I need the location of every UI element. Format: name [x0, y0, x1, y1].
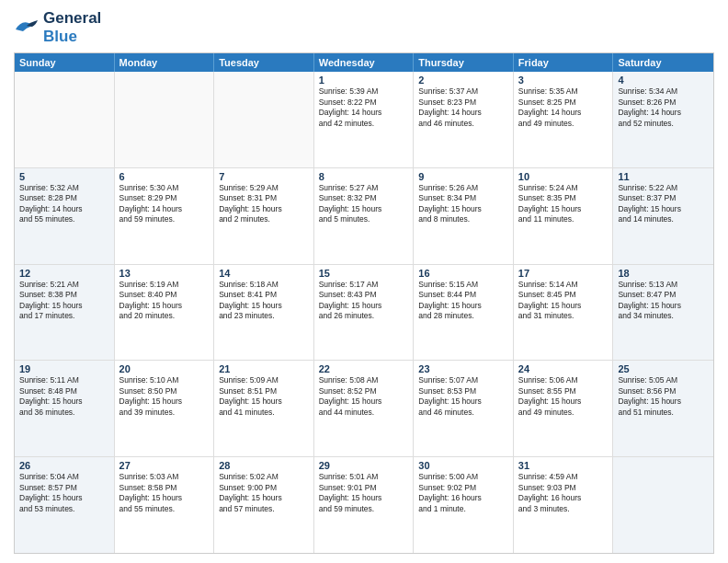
- calendar-cell: [115, 72, 215, 167]
- day-number: 25: [618, 363, 709, 374]
- day-number: 22: [319, 363, 409, 374]
- cell-info: Sunrise: 5:00 AMSunset: 9:02 PMDaylight:…: [418, 472, 508, 514]
- cell-info: Sunrise: 5:11 AMSunset: 8:48 PMDaylight:…: [19, 375, 109, 418]
- day-number: 2: [418, 75, 508, 86]
- calendar-cell: 4Sunrise: 5:34 AMSunset: 8:26 PMDaylight…: [613, 72, 713, 167]
- calendar-cell: 13Sunrise: 5:19 AMSunset: 8:40 PMDayligh…: [115, 265, 215, 361]
- calendar-cell: 25Sunrise: 5:05 AMSunset: 8:56 PMDayligh…: [613, 361, 713, 456]
- calendar-cell: 12Sunrise: 5:21 AMSunset: 8:38 PMDayligh…: [15, 265, 115, 361]
- cell-info: Sunrise: 5:37 AMSunset: 8:23 PMDaylight:…: [418, 86, 508, 129]
- day-number: 12: [19, 268, 109, 279]
- calendar-cell: [214, 72, 314, 167]
- day-number: 8: [319, 171, 409, 182]
- cell-info: Sunrise: 5:26 AMSunset: 8:34 PMDaylight:…: [418, 183, 508, 225]
- day-number: 27: [119, 460, 210, 471]
- calendar-cell: 16Sunrise: 5:15 AMSunset: 8:44 PMDayligh…: [414, 265, 514, 361]
- calendar-cell: 27Sunrise: 5:03 AMSunset: 8:58 PMDayligh…: [115, 457, 215, 553]
- day-number: 10: [518, 171, 609, 182]
- calendar-cell: 28Sunrise: 5:02 AMSunset: 9:00 PMDayligh…: [214, 457, 314, 553]
- calendar-cell: 15Sunrise: 5:17 AMSunset: 8:43 PMDayligh…: [314, 265, 415, 361]
- calendar-cell: 2Sunrise: 5:37 AMSunset: 8:23 PMDaylight…: [414, 72, 514, 167]
- calendar-cell: [15, 72, 115, 167]
- cell-info: Sunrise: 5:34 AMSunset: 8:26 PMDaylight:…: [618, 86, 709, 129]
- cell-info: Sunrise: 5:19 AMSunset: 8:40 PMDaylight:…: [119, 280, 210, 322]
- cell-info: Sunrise: 5:03 AMSunset: 8:58 PMDaylight:…: [119, 472, 210, 514]
- cell-info: Sunrise: 5:39 AMSunset: 8:22 PMDaylight:…: [319, 86, 409, 129]
- calendar-cell: 6Sunrise: 5:30 AMSunset: 8:29 PMDaylight…: [115, 168, 215, 264]
- calendar-cell: 10Sunrise: 5:24 AMSunset: 8:35 PMDayligh…: [514, 168, 614, 264]
- cell-info: Sunrise: 5:29 AMSunset: 8:31 PMDaylight:…: [219, 183, 309, 225]
- weekday-header: Saturday: [613, 53, 713, 72]
- cell-info: Sunrise: 5:30 AMSunset: 8:29 PMDaylight:…: [119, 183, 210, 225]
- header: General Blue: [14, 9, 714, 45]
- day-number: 7: [219, 171, 309, 182]
- calendar-cell: 14Sunrise: 5:18 AMSunset: 8:41 PMDayligh…: [214, 265, 314, 361]
- day-number: 23: [418, 363, 508, 374]
- calendar-cell: 1Sunrise: 5:39 AMSunset: 8:22 PMDaylight…: [314, 72, 415, 167]
- cell-info: Sunrise: 5:05 AMSunset: 8:56 PMDaylight:…: [618, 375, 709, 418]
- calendar-cell: 8Sunrise: 5:27 AMSunset: 8:32 PMDaylight…: [314, 168, 415, 264]
- calendar-row: 1Sunrise: 5:39 AMSunset: 8:22 PMDaylight…: [15, 72, 713, 168]
- cell-info: Sunrise: 5:27 AMSunset: 8:32 PMDaylight:…: [319, 183, 409, 225]
- calendar-cell: 20Sunrise: 5:10 AMSunset: 8:50 PMDayligh…: [115, 361, 215, 456]
- day-number: 30: [418, 460, 508, 471]
- day-number: 18: [618, 268, 709, 279]
- cell-info: Sunrise: 5:18 AMSunset: 8:41 PMDaylight:…: [219, 280, 309, 322]
- weekday-header: Friday: [514, 53, 614, 72]
- day-number: 31: [518, 460, 609, 471]
- page: General Blue SundayMondayTuesdayWednesda…: [0, 0, 728, 563]
- day-number: 24: [518, 363, 609, 374]
- weekday-header: Thursday: [414, 53, 514, 72]
- cell-info: Sunrise: 5:02 AMSunset: 9:00 PMDaylight:…: [219, 472, 309, 514]
- calendar-cell: 26Sunrise: 5:04 AMSunset: 8:57 PMDayligh…: [15, 457, 115, 553]
- cell-info: Sunrise: 5:24 AMSunset: 8:35 PMDaylight:…: [518, 183, 609, 225]
- calendar-cell: 9Sunrise: 5:26 AMSunset: 8:34 PMDaylight…: [414, 168, 514, 264]
- day-number: 11: [618, 171, 709, 182]
- weekday-header: Monday: [115, 53, 215, 72]
- calendar-cell: 7Sunrise: 5:29 AMSunset: 8:31 PMDaylight…: [214, 168, 314, 264]
- day-number: 29: [319, 460, 409, 471]
- calendar-header: SundayMondayTuesdayWednesdayThursdayFrid…: [15, 53, 713, 72]
- calendar-cell: 22Sunrise: 5:08 AMSunset: 8:52 PMDayligh…: [314, 361, 415, 456]
- calendar-cell: 3Sunrise: 5:35 AMSunset: 8:25 PMDaylight…: [514, 72, 614, 167]
- logo-text: General Blue: [43, 9, 101, 45]
- cell-info: Sunrise: 5:08 AMSunset: 8:52 PMDaylight:…: [319, 375, 409, 418]
- calendar-cell: 11Sunrise: 5:22 AMSunset: 8:37 PMDayligh…: [613, 168, 713, 264]
- day-number: 19: [19, 363, 109, 374]
- calendar-cell: 23Sunrise: 5:07 AMSunset: 8:53 PMDayligh…: [414, 361, 514, 456]
- cell-info: Sunrise: 5:22 AMSunset: 8:37 PMDaylight:…: [618, 183, 709, 225]
- calendar-body: 1Sunrise: 5:39 AMSunset: 8:22 PMDaylight…: [15, 72, 713, 553]
- cell-info: Sunrise: 5:13 AMSunset: 8:47 PMDaylight:…: [618, 280, 709, 322]
- calendar-cell: 21Sunrise: 5:09 AMSunset: 8:51 PMDayligh…: [214, 361, 314, 456]
- day-number: 9: [418, 171, 508, 182]
- weekday-header: Sunday: [15, 53, 115, 72]
- day-number: 15: [319, 268, 409, 279]
- day-number: 1: [319, 75, 409, 86]
- cell-info: Sunrise: 5:15 AMSunset: 8:44 PMDaylight:…: [418, 280, 508, 322]
- calendar-row: 12Sunrise: 5:21 AMSunset: 8:38 PMDayligh…: [15, 265, 713, 362]
- calendar-row: 26Sunrise: 5:04 AMSunset: 8:57 PMDayligh…: [15, 457, 713, 553]
- calendar-row: 5Sunrise: 5:32 AMSunset: 8:28 PMDaylight…: [15, 168, 713, 265]
- cell-info: Sunrise: 5:32 AMSunset: 8:28 PMDaylight:…: [19, 183, 109, 225]
- calendar-cell: 24Sunrise: 5:06 AMSunset: 8:55 PMDayligh…: [514, 361, 614, 456]
- cell-info: Sunrise: 5:04 AMSunset: 8:57 PMDaylight:…: [19, 472, 109, 514]
- calendar-cell: [613, 457, 713, 553]
- day-number: 16: [418, 268, 508, 279]
- calendar: SundayMondayTuesdayWednesdayThursdayFrid…: [14, 52, 714, 554]
- day-number: 26: [19, 460, 109, 471]
- cell-info: Sunrise: 5:07 AMSunset: 8:53 PMDaylight:…: [418, 375, 508, 418]
- calendar-cell: 29Sunrise: 5:01 AMSunset: 9:01 PMDayligh…: [314, 457, 415, 553]
- day-number: 3: [518, 75, 609, 86]
- calendar-cell: 31Sunrise: 4:59 AMSunset: 9:03 PMDayligh…: [514, 457, 614, 553]
- day-number: 13: [119, 268, 210, 279]
- calendar-row: 19Sunrise: 5:11 AMSunset: 8:48 PMDayligh…: [15, 361, 713, 457]
- cell-info: Sunrise: 5:35 AMSunset: 8:25 PMDaylight:…: [518, 86, 609, 129]
- calendar-cell: 30Sunrise: 5:00 AMSunset: 9:02 PMDayligh…: [414, 457, 514, 553]
- calendar-cell: 19Sunrise: 5:11 AMSunset: 8:48 PMDayligh…: [15, 361, 115, 456]
- calendar-cell: 17Sunrise: 5:14 AMSunset: 8:45 PMDayligh…: [514, 265, 614, 361]
- calendar-cell: 18Sunrise: 5:13 AMSunset: 8:47 PMDayligh…: [613, 265, 713, 361]
- logo-icon: [14, 18, 40, 37]
- cell-info: Sunrise: 5:10 AMSunset: 8:50 PMDaylight:…: [119, 375, 210, 418]
- cell-info: Sunrise: 5:01 AMSunset: 9:01 PMDaylight:…: [319, 472, 409, 514]
- cell-info: Sunrise: 4:59 AMSunset: 9:03 PMDaylight:…: [518, 472, 609, 514]
